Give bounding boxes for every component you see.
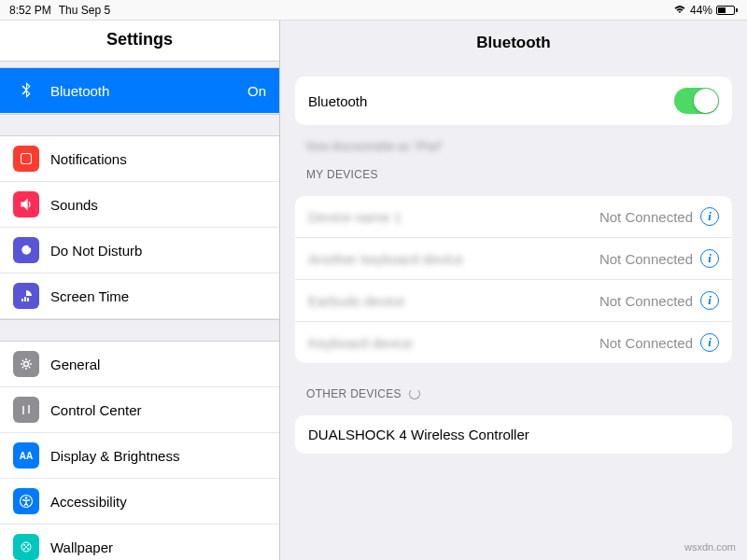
device-name: Another keyboard device <box>308 251 599 267</box>
screen-time-icon <box>13 283 39 309</box>
sidebar-item-control-center[interactable]: Control Center <box>0 387 279 433</box>
settings-sidebar: Settings Bluetooth On NotificationsSound… <box>0 21 280 560</box>
sidebar-item-label: Bluetooth <box>50 83 236 99</box>
sidebar-title: Settings <box>0 21 279 61</box>
wallpaper-icon <box>13 534 39 560</box>
svg-point-6 <box>22 406 24 408</box>
battery-icon <box>716 6 738 15</box>
sidebar-item-bluetooth[interactable]: Bluetooth On <box>0 68 279 114</box>
svg-point-15 <box>27 548 29 550</box>
sidebar-item-label: Control Center <box>50 402 266 418</box>
svg-point-7 <box>28 412 30 413</box>
svg-rect-1 <box>21 154 31 163</box>
device-status: Not Connected <box>599 251 693 267</box>
sidebar-item-wallpaper[interactable]: Wallpaper <box>0 525 279 560</box>
status-right: 44% <box>673 4 738 17</box>
control-center-icon <box>13 397 39 423</box>
spinner-icon <box>409 388 420 399</box>
accessibility-icon <box>13 488 39 514</box>
sidebar-item-label: Screen Time <box>50 288 266 304</box>
my-devices-list: Device name 1Not ConnectediAnother keybo… <box>295 196 732 363</box>
page-title: Bluetooth <box>280 21 747 65</box>
device-name: Earbuds device <box>308 293 599 309</box>
status-date: Thu Sep 5 <box>59 4 110 17</box>
watermark: wsxdn.com <box>684 541 736 553</box>
general-icon <box>13 351 39 377</box>
sidebar-item-label: Do Not Disturb <box>50 243 266 259</box>
sidebar-item-sounds[interactable]: Sounds <box>0 182 279 228</box>
svg-point-13 <box>27 544 29 546</box>
display-brightness-icon: AA <box>13 442 39 469</box>
info-icon[interactable]: i <box>700 333 719 352</box>
svg-rect-2 <box>21 299 23 301</box>
discoverable-note: Now discoverable as "iPad" <box>280 136 747 155</box>
toggle-label: Bluetooth <box>308 93 367 109</box>
detail-pane: Bluetooth Bluetooth Now discoverable as … <box>280 21 747 560</box>
sidebar-item-detail: On <box>247 83 266 99</box>
bluetooth-toggle-card: Bluetooth <box>295 77 732 125</box>
svg-point-14 <box>23 548 25 550</box>
device-status: Not Connected <box>599 209 693 225</box>
notifications-icon <box>13 146 39 172</box>
device-name: DUALSHOCK 4 Wireless Controller <box>308 427 719 442</box>
bluetooth-toggle[interactable] <box>674 88 719 114</box>
svg-point-12 <box>23 544 25 546</box>
device-name: Keyboard device <box>308 335 599 351</box>
do-not-disturb-icon <box>13 237 39 263</box>
device-name: Device name 1 <box>308 209 599 225</box>
sidebar-item-do-not-disturb[interactable]: Do Not Disturb <box>0 228 279 273</box>
other-devices-list: DUALSHOCK 4 Wireless Controller <box>295 415 732 454</box>
sidebar-item-label: Accessibility <box>50 494 266 510</box>
svg-point-5 <box>24 362 29 367</box>
status-left: 8:52 PM Thu Sep 5 <box>9 4 110 17</box>
device-row[interactable]: Another keyboard deviceNot Connectedi <box>295 238 732 280</box>
sidebar-item-label: Sounds <box>50 197 266 213</box>
other-devices-header: OTHER DEVICES <box>280 374 747 404</box>
svg-point-16 <box>25 546 27 548</box>
sidebar-item-display-brightness[interactable]: AADisplay & Brightness <box>0 433 279 479</box>
status-time: 8:52 PM <box>9 4 51 17</box>
device-status: Not Connected <box>599 293 693 309</box>
bluetooth-icon <box>13 77 39 104</box>
status-bar: 8:52 PM Thu Sep 5 44% <box>0 0 747 21</box>
device-row[interactable]: Keyboard deviceNot Connectedi <box>295 322 732 363</box>
device-row[interactable]: Device name 1Not Connectedi <box>295 196 732 238</box>
sidebar-item-label: General <box>50 357 266 372</box>
wifi-icon <box>673 4 686 17</box>
sidebar-item-label: Display & Brightness <box>50 448 266 464</box>
info-icon[interactable]: i <box>700 249 719 268</box>
battery-percent: 44% <box>690 4 712 17</box>
sidebar-item-notifications[interactable]: Notifications <box>0 136 279 182</box>
sidebar-item-label: Notifications <box>50 151 266 167</box>
info-icon[interactable]: i <box>700 207 719 226</box>
other-device-row[interactable]: DUALSHOCK 4 Wireless Controller <box>295 415 732 454</box>
sidebar-item-screen-time[interactable]: Screen Time <box>0 273 279 319</box>
device-status: Not Connected <box>599 335 693 351</box>
svg-point-10 <box>25 497 28 499</box>
bluetooth-toggle-row[interactable]: Bluetooth <box>295 77 732 125</box>
svg-text:AA: AA <box>20 451 33 461</box>
my-devices-header: MY DEVICES <box>280 155 747 185</box>
sounds-icon <box>13 191 39 217</box>
sidebar-item-accessibility[interactable]: Accessibility <box>0 479 279 525</box>
info-icon[interactable]: i <box>700 291 719 310</box>
svg-rect-3 <box>24 297 26 301</box>
sidebar-item-label: Wallpaper <box>50 539 266 555</box>
svg-rect-4 <box>27 298 29 301</box>
device-row[interactable]: Earbuds deviceNot Connectedi <box>295 280 732 322</box>
sidebar-item-general[interactable]: General <box>0 342 279 387</box>
